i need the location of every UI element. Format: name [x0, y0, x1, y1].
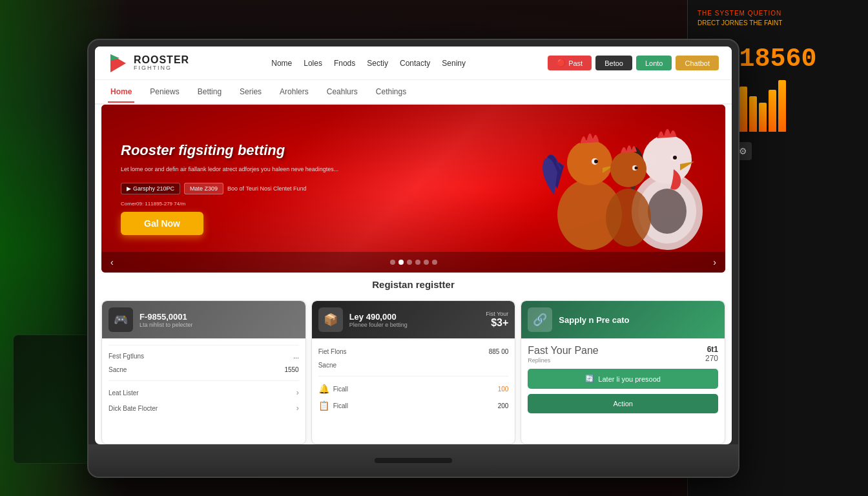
carousel-left-arrow[interactable]: ‹ [110, 257, 114, 267]
card-1-row-3: Leat Lister › [108, 385, 299, 400]
card-2-row-4: 📋 Ficall 200 [318, 397, 509, 414]
sec-nav-cethings[interactable]: Cethings [373, 82, 409, 103]
svg-point-13 [610, 151, 646, 187]
card-3-stat-values: 6t1 270 [705, 345, 718, 363]
sec-nav-peniews[interactable]: Peniews [147, 82, 181, 103]
card-3-header: 🔗 Sapply n Pre cato [521, 301, 725, 338]
hero-tag-1-label: Garsphy 210PC [133, 185, 174, 192]
logo-area: ROOSTER FIGHTING [108, 53, 189, 74]
card-3-btn-1[interactable]: 🔄 Later li you presood [528, 369, 718, 389]
carousel-dot-2[interactable] [398, 260, 404, 265]
card-3-btn-1-label: Later li you presood [598, 375, 661, 383]
betoo-button[interactable]: Betoo [595, 56, 632, 70]
card-2-icon: 📦 [318, 307, 343, 332]
right-label-1: THE SYSTEM QUETION [698, 10, 858, 17]
card-2-subtitle: Plenee fouler e betting [349, 322, 480, 328]
lonto-button[interactable]: Lonto [636, 56, 672, 70]
card-2-header: 📦 Ley 490,000 Plenee fouler e betting Fi… [312, 301, 515, 338]
hero-tag-2[interactable]: Mate Z309 [184, 183, 223, 194]
carousel-dot-6[interactable] [432, 260, 437, 265]
nav-link-nome[interactable]: Nome [271, 59, 292, 68]
card-1-divider-2 [108, 380, 299, 381]
hero-side-text: Boo of Teuri Nosi Clentet Fund [227, 183, 306, 194]
website-content: ROOSTER FIGHTING Nome Loles Fnods Sectiy… [95, 46, 732, 444]
hero-content: Rooster figsiting betting Let lome oor a… [101, 129, 358, 249]
card-2-amount: Fist Your $3+ [486, 311, 508, 329]
chart-bar-4 [739, 87, 747, 132]
card-3-stat-value-1: 6t1 [705, 345, 718, 354]
card-1-row-1: Fest Fgtluns ... [108, 349, 299, 363]
hero-tag-2-label: Mate Z309 [190, 185, 218, 192]
left-desk-decoration [13, 335, 90, 464]
carousel-dots [390, 260, 437, 265]
hero-title: Rooster figsiting betting [121, 142, 338, 159]
nav-link-fnods[interactable]: Fnods [334, 59, 355, 68]
card-3-title: Sapply n Pre cato [559, 315, 718, 325]
card-2: 📦 Ley 490,000 Plenee fouler e betting Fi… [311, 300, 516, 444]
logo-main-text: ROOSTER [134, 54, 189, 66]
laptop-base [88, 444, 738, 477]
card-1-divider [108, 345, 299, 346]
register-title: Registan registter [101, 279, 725, 290]
hero-info-text: Comer09: 111895-279 74/m [121, 201, 338, 207]
card-2-row-3-icon: 🔔 [318, 384, 329, 394]
chart-bar-6 [759, 103, 767, 132]
sec-nav-arohlers[interactable]: Arohlers [277, 82, 311, 103]
card-1-title: F-9855,0001 [140, 312, 299, 322]
carousel-dot-1[interactable] [390, 260, 395, 265]
card-2-row-4-icon: 📋 [318, 400, 329, 411]
nav-link-sectiy[interactable]: Sectiy [367, 59, 388, 68]
laptop-frame: ROOSTER FIGHTING Nome Loles Fnods Sectiy… [87, 39, 739, 478]
card-3-btn-2[interactable]: Action [528, 394, 718, 413]
nav-link-contacty[interactable]: Contacty [400, 59, 430, 68]
svg-point-11 [648, 189, 687, 234]
card-3-stat-1: Fast Your Pane Replines [528, 345, 598, 364]
nav-link-loles[interactable]: Loles [304, 59, 322, 68]
top-nav-links: Nome Loles Fnods Sectiy Contacty Seniny [271, 59, 466, 68]
card-3-btn-1-icon: 🔄 [585, 375, 594, 383]
card-3-spacer [528, 364, 718, 369]
nav-link-seniny[interactable]: Seniny [442, 59, 466, 68]
card-1: 🎮 F-9855,0001 Lta nihlist to pelecter Fe… [101, 300, 306, 444]
play-icon: ▶ [127, 185, 131, 192]
carousel-dot-4[interactable] [415, 260, 420, 265]
carousel-dot-5[interactable] [424, 260, 429, 265]
svg-point-10 [673, 156, 677, 160]
past-button[interactable]: 🔴 Past [548, 56, 592, 70]
past-label: Past [568, 59, 583, 67]
svg-point-15 [635, 167, 638, 170]
sec-nav-betting[interactable]: Betting [195, 82, 224, 103]
card-2-row-1: Fiet Flons 885 00 [318, 345, 509, 358]
carousel-right-arrow[interactable]: › [713, 257, 716, 267]
chart-bar-5 [749, 96, 757, 132]
card-2-row-2: Sacne [318, 358, 509, 372]
card-2-row-4-inner: 📋 Ficall [318, 400, 348, 411]
laptop-screen: ROOSTER FIGHTING Nome Loles Fnods Sectiy… [95, 46, 732, 444]
card-3-stat-value-2: 270 [705, 354, 718, 363]
logo-sub-text: FIGHTING [134, 65, 189, 72]
hero-tags: ▶ Garsphy 210PC Mate Z309 Boo of Teuri N… [121, 183, 338, 194]
card-1-row-4: Dick Bate Flocter › [108, 400, 299, 416]
card-2-row-3: 🔔 Ficall 100 [318, 380, 509, 397]
card-3-stats-row: Fast Your Pane Replines 6t1 270 [528, 345, 718, 364]
sec-nav-home[interactable]: Home [108, 82, 134, 103]
card-2-header-text: Ley 490,000 Plenee fouler e betting [349, 312, 480, 328]
chart-bar-8 [778, 80, 786, 132]
svg-point-8 [643, 135, 692, 184]
svg-point-5 [594, 160, 598, 163]
chatbot-button[interactable]: Chatbot [676, 56, 719, 70]
hero-cta-button[interactable]: Gal Now [121, 212, 203, 235]
laptop-notch [375, 458, 452, 463]
sec-nav-ceahlurs[interactable]: Ceahlurs [324, 82, 360, 103]
card-1-header-text: F-9855,0001 Lta nihlist to pelecter [140, 312, 299, 328]
carousel-dot-3[interactable] [407, 260, 412, 265]
svg-point-3 [567, 140, 612, 185]
card-3-header-text: Sapply n Pre cato [559, 315, 718, 325]
sec-nav-series[interactable]: Series [237, 82, 264, 103]
card-2-title: Ley 490,000 [349, 312, 480, 322]
logo-text: ROOSTER FIGHTING [134, 54, 189, 72]
hero-tag-1[interactable]: ▶ Garsphy 210PC [121, 183, 180, 194]
card-1-row-2: Sacne 1550 [108, 363, 299, 377]
hero-banner: Rooster figsiting betting Let lome oor a… [101, 105, 725, 273]
past-icon: 🔴 [557, 59, 566, 67]
